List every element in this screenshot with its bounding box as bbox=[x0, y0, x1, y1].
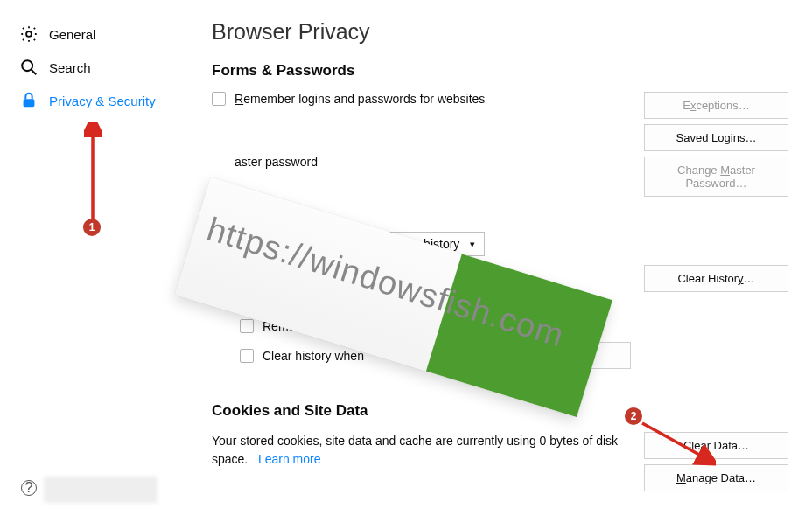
page-title: Browser Privacy bbox=[212, 19, 812, 45]
remember-logins-row[interactable]: Remember logins and passwords for websit… bbox=[212, 92, 644, 106]
svg-point-1 bbox=[22, 60, 32, 71]
sidebar-item-label: Privacy & Security bbox=[49, 94, 156, 108]
saved-logins-button[interactable]: Saved Logins… bbox=[644, 124, 788, 151]
sidebar-item-search[interactable]: Search bbox=[18, 51, 191, 84]
learn-more-link[interactable]: Learn more bbox=[258, 452, 321, 466]
manage-data-button[interactable]: Manage Data… bbox=[644, 464, 788, 491]
gear-icon bbox=[18, 24, 40, 44]
main-content: Browser Privacy Forms & Passwords Rememb… bbox=[191, 0, 812, 522]
lock-icon bbox=[18, 91, 40, 110]
checkbox-remember-logins[interactable] bbox=[212, 92, 226, 106]
cookies-section: Cookies and Site Data Your stored cookie… bbox=[212, 402, 812, 491]
cookies-description: Your stored cookies, site data and cache… bbox=[212, 432, 644, 469]
svg-rect-3 bbox=[24, 99, 35, 107]
checkbox-re[interactable] bbox=[240, 296, 254, 310]
change-master-password-button[interactable]: Change Master Password… bbox=[644, 157, 788, 197]
annotation-badge-2: 2 bbox=[625, 407, 642, 425]
history-opt-clear-row[interactable]: Clear history when Settings… bbox=[240, 342, 644, 369]
master-password-label: aster password bbox=[234, 155, 318, 169]
help-blur bbox=[44, 477, 158, 503]
opt-clear-label: Clear history when bbox=[262, 349, 364, 363]
history-settings-button[interactable]: Settings… bbox=[508, 342, 631, 369]
checkbox-clear[interactable] bbox=[240, 349, 254, 363]
svg-line-2 bbox=[32, 70, 37, 75]
clear-data-button[interactable]: Clear Data… bbox=[644, 432, 788, 459]
sidebar-item-general[interactable]: General bbox=[18, 17, 191, 51]
history-opt-checked-row[interactable] bbox=[212, 274, 644, 288]
annotation-badge-1: 1 bbox=[83, 219, 101, 236]
history-opt-re-row[interactable]: Re bbox=[240, 296, 644, 310]
opt-re-label: Re bbox=[262, 296, 278, 310]
history-section: s for history Re Remember bbox=[212, 232, 812, 378]
clear-history-button[interactable]: Clear History… bbox=[644, 265, 788, 292]
remember-logins-label: Remember logins and passwords for websit… bbox=[234, 92, 485, 106]
help-icon[interactable]: ? bbox=[21, 480, 37, 496]
sidebar-item-label: General bbox=[49, 27, 95, 42]
sidebar: General Search Privacy & Security bbox=[0, 0, 191, 522]
svg-point-0 bbox=[26, 31, 32, 37]
search-icon bbox=[18, 58, 40, 77]
history-opt-remember-row[interactable]: Remember bbox=[240, 319, 644, 333]
checkbox-history-opt[interactable] bbox=[212, 274, 226, 288]
forms-passwords-section: Forms & Passwords Remember logins and pa… bbox=[212, 62, 812, 197]
sidebar-item-label: Search bbox=[49, 60, 91, 75]
opt-remember-label: Remember bbox=[262, 319, 323, 333]
master-password-row[interactable]: aster password bbox=[212, 155, 644, 169]
sidebar-item-privacy[interactable]: Privacy & Security bbox=[18, 84, 191, 117]
checkbox-remember[interactable] bbox=[240, 319, 254, 333]
section-heading: Cookies and Site Data bbox=[212, 402, 812, 420]
section-heading: Forms & Passwords bbox=[212, 62, 812, 80]
history-mode-dropdown[interactable]: s for history bbox=[387, 232, 485, 256]
exceptions-button[interactable]: Exceptions… bbox=[644, 92, 788, 119]
